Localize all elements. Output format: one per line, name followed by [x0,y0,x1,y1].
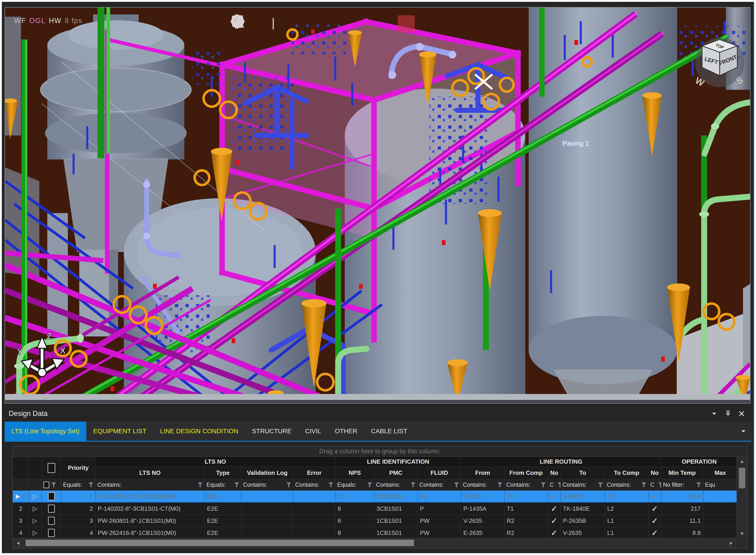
row-4-lts_no[interactable]: PW-262416-8"-1CB1S01(M0) [95,527,205,538]
polygon-icon[interactable] [458,15,475,32]
filter-funnel-icon[interactable] [234,482,239,487]
filter-funnel-icon[interactable] [286,482,291,487]
row-3-to[interactable]: P-2635B [561,515,605,527]
column-header-lts_no[interactable]: LTS NO [95,467,205,479]
row-3-expand[interactable]: ▷ [29,515,42,527]
row-1-from_comp[interactable]: T2 [504,490,548,503]
row-4-check[interactable] [42,527,61,538]
row-2-from_comp[interactable]: T1 [504,503,548,515]
select-all-checkbox[interactable] [47,463,55,473]
row-1-expand[interactable]: ▷ [29,490,42,503]
tab-civil[interactable]: CIVIL [298,422,328,441]
column-group-line-identification[interactable]: LINE IDENTIFICATION [335,457,461,467]
column-header-min_temp[interactable]: Min Temp [661,467,703,479]
row-2-min_temp[interactable]: 217 [661,503,703,515]
scroll-left-arrow[interactable]: ◄ [13,538,23,548]
column-header-to[interactable]: To [561,467,605,479]
forward-icon[interactable] [252,15,269,32]
row-3-no1[interactable]: ✓ [548,515,561,527]
row-2-expand[interactable]: ▷ [29,503,42,515]
column-header-error[interactable]: Error [293,467,335,479]
filter-funnel-icon[interactable] [497,482,502,487]
rotate-icon[interactable] [398,15,415,32]
row-1-max_temp[interactable] [703,490,737,503]
column-header-no2[interactable]: No [648,467,661,479]
row-3-from_comp[interactable]: R2 [504,515,548,527]
row-4-from[interactable]: E-2635 [461,527,504,538]
group-by-hint[interactable]: Drag a column here to group by this colu… [13,446,747,457]
filter-to_comp[interactable]: Contains: [605,479,648,490]
column-header-max_temp[interactable]: Max [703,467,737,479]
filter-max_temp[interactable]: Equ [703,479,737,490]
row-2-error[interactable] [293,503,335,515]
row-1-fluid[interactable]: FL [418,490,461,503]
row-expander-icon[interactable]: ▷ [33,505,38,512]
row-1-to_comp[interactable]: T1 [605,490,648,503]
filter-funnel-icon[interactable] [541,482,546,487]
column-header-from[interactable]: From [461,467,504,479]
filter-funnel-icon[interactable] [557,482,561,487]
vscroll-thumb[interactable] [739,468,745,488]
row-1-pmc[interactable]: 1CB1S01 [374,490,418,503]
row-3-pmc[interactable]: 1CB1S01 [374,515,418,527]
row-checkbox[interactable] [48,529,55,537]
filter-checkbox[interactable] [43,481,49,488]
hscroll-thumb[interactable] [26,540,414,546]
row-2-nps[interactable]: 8 [335,503,374,515]
row-2-no2[interactable]: ✓ [648,503,661,515]
filter-funnel-icon[interactable] [641,482,646,487]
row-4-pmc[interactable]: 1CB1S01 [374,527,418,538]
filter-fluid[interactable]: Contains: [418,479,461,490]
row-4-priority[interactable]: 4 [61,527,95,538]
row-1-type[interactable]: E2E [205,490,241,503]
tab-line-design-condition[interactable]: LINE DESIGN CONDITION [153,422,245,441]
row-3-nps[interactable]: 8 [335,515,374,527]
row-1-to[interactable]: V-3500 [561,490,605,503]
zoom-icon[interactable] [337,15,354,32]
scroll-up-arrow[interactable]: ▲ [737,457,747,466]
tab-lts-line-topology-set-[interactable]: LTS (Line Topology Set) [5,422,86,441]
column-header-nps[interactable]: NPS [335,467,374,479]
row-4-no2[interactable]: ✓ [648,527,661,538]
filter-funnel-icon[interactable] [367,482,372,487]
column-group-line-routing[interactable]: LINE ROUTING [461,457,661,467]
scroll-right-arrow[interactable]: ► [726,538,737,548]
row-1-from[interactable]: V-1150 [461,490,504,503]
row-3-from[interactable]: V-2635 [461,515,504,527]
filter-funnel-icon[interactable] [696,482,701,487]
pin-icon[interactable] [724,410,732,418]
row-2-max_temp[interactable] [703,503,737,515]
zoom-fit-icon[interactable] [358,15,374,32]
row-2-validation_log[interactable] [241,503,293,515]
row-4-no1[interactable]: ✓ [548,527,561,538]
3d-viewport[interactable]: TOP LEFT FRONT W S Z Y X [5,7,751,403]
row-2-check[interactable] [42,503,61,515]
panel-menu-dropdown-icon[interactable] [710,410,718,418]
row-4-error[interactable] [293,527,335,538]
row-3-lts_no[interactable]: PW-260801-8"-1CB1S01(M0) [95,515,205,527]
row-4-to[interactable]: V-2635 [561,527,605,538]
row-4-type[interactable]: E2E [205,527,241,538]
row-4-expand[interactable]: ▷ [29,527,42,538]
filter-funnel-icon[interactable] [88,482,93,487]
row-checkbox[interactable] [48,517,55,525]
filter-priority[interactable]: Equals: [61,479,95,490]
row-4-from_comp[interactable]: R2 [504,527,548,538]
filter-lts_no[interactable]: Contains: [95,479,205,490]
row-2-pmc[interactable]: 3CB1S01 [374,503,418,515]
row-3-check[interactable] [42,515,61,527]
zoom-window-icon[interactable] [317,15,334,32]
filter-funnel-icon[interactable] [658,482,661,487]
tab-structure[interactable]: STRUCTURE [245,422,298,441]
row-4-rowhead[interactable]: 4 [13,527,29,538]
filter-funnel-icon[interactable] [51,482,56,487]
filter-no2[interactable]: C [648,479,661,490]
row-checkbox[interactable] [48,492,55,501]
row-1-min_temp[interactable]: 36.4 [661,490,703,503]
row-expander-icon[interactable]: ▷ [33,517,38,524]
horizontal-scrollbar[interactable]: ◄ ► [13,538,737,548]
close-icon[interactable] [738,410,746,418]
row-4-max_temp[interactable] [703,527,737,538]
row-3-type[interactable]: E2E [205,515,241,527]
measure-icon[interactable] [438,15,455,32]
